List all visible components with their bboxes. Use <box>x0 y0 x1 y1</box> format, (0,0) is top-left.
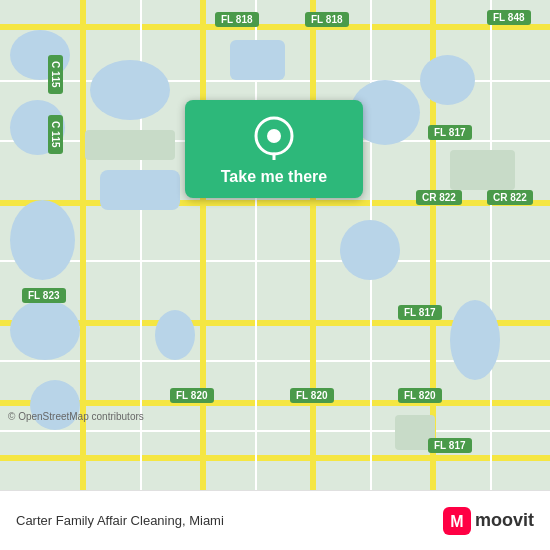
location-pin-icon <box>254 116 294 160</box>
svg-text:M: M <box>450 513 463 530</box>
label-fl848: FL 848 <box>487 10 531 25</box>
water-7 <box>10 300 80 360</box>
svg-point-1 <box>267 129 281 143</box>
moovit-logo: M moovit <box>443 507 534 535</box>
water-9 <box>450 300 500 380</box>
road-v2 <box>200 0 206 490</box>
label-fl817-top: FL 817 <box>428 125 472 140</box>
bottom-bar: Carter Family Affair Cleaning, Miami M m… <box>0 490 550 550</box>
label-fl820-3: FL 820 <box>398 388 442 403</box>
take-me-there-button[interactable]: Take me there <box>185 100 363 198</box>
moovit-icon: M <box>443 507 471 535</box>
water-5 <box>420 55 475 105</box>
label-fl818-right: FL 818 <box>305 12 349 27</box>
label-fl817-mid: FL 817 <box>398 305 442 320</box>
water-12 <box>340 220 400 280</box>
water-10 <box>100 170 180 210</box>
moovit-logo-text: moovit <box>475 510 534 531</box>
water-8 <box>30 380 80 430</box>
green-3 <box>450 150 515 190</box>
road-v3 <box>310 0 316 490</box>
label-c115-bot: C 115 <box>48 115 63 154</box>
label-fl820-1: FL 820 <box>170 388 214 403</box>
label-cr822-2: CR 822 <box>487 190 533 205</box>
water-11 <box>155 310 195 360</box>
map-container: FL 818 FL 818 C 115 C 115 FL 817 FL 848 … <box>0 0 550 490</box>
label-fl823: FL 823 <box>22 288 66 303</box>
label-fl820-2: FL 820 <box>290 388 334 403</box>
green-1 <box>85 130 175 160</box>
road-vm4 <box>490 0 492 490</box>
water-13 <box>230 40 285 80</box>
label-c115-top: C 115 <box>48 55 63 94</box>
label-fl817-bot: FL 817 <box>428 438 472 453</box>
take-me-there-label: Take me there <box>221 168 327 186</box>
label-fl818-left: FL 818 <box>215 12 259 27</box>
water-2 <box>90 60 170 120</box>
label-cr822-1: CR 822 <box>416 190 462 205</box>
water-6 <box>10 200 75 280</box>
location-label: Carter Family Affair Cleaning, Miami <box>16 513 224 528</box>
osm-attribution: © OpenStreetMap contributors <box>8 411 144 422</box>
